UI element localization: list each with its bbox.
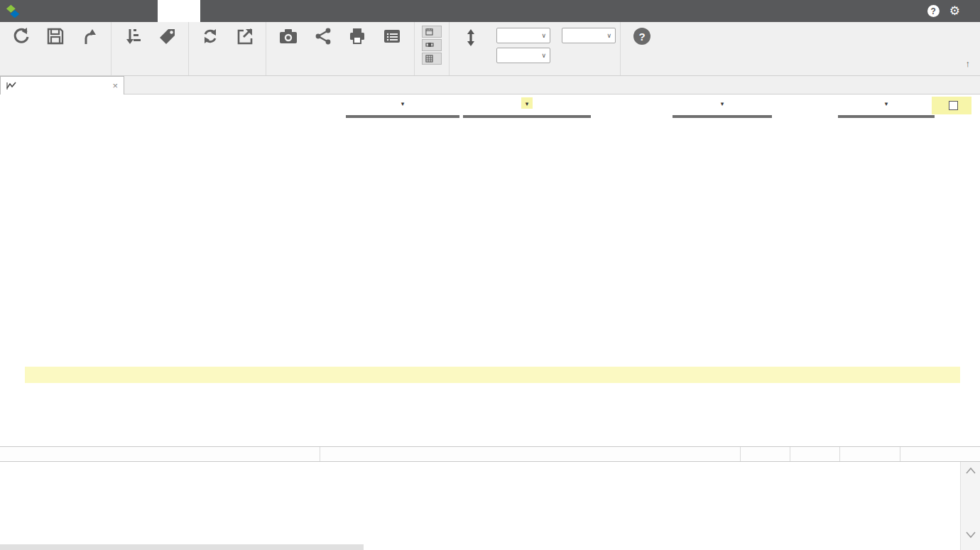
dropdown-arrow-icon: ▾ <box>885 100 888 107</box>
sample-interval-underline <box>673 115 772 118</box>
group-label-file <box>4 64 107 75</box>
trace-table-header <box>0 447 980 462</box>
nav-tab-admin[interactable] <box>200 0 243 22</box>
ribbon-group-view <box>415 22 450 75</box>
nav-tab-trend[interactable] <box>158 0 200 22</box>
submit-icon <box>80 26 99 46</box>
duration-value-underline <box>463 115 591 118</box>
top-nav: ? ⚙ <box>0 0 980 22</box>
chevron-down-icon: ∨ <box>541 52 546 59</box>
sample-interval-dropdown[interactable]: ▾ <box>673 97 772 109</box>
svg-text:?: ? <box>638 31 645 43</box>
trend-chart-icon <box>6 82 16 90</box>
print-button[interactable] <box>340 25 374 49</box>
dropdown-arrow-icon: ▾ <box>526 100 529 107</box>
group-label-configuration <box>454 63 616 74</box>
display-min-column-header <box>839 447 900 461</box>
help-button[interactable]: ? <box>625 25 659 49</box>
help-circle-icon[interactable]: ? <box>927 5 940 17</box>
auto-range-icon <box>465 28 477 48</box>
value-column-header <box>740 447 790 461</box>
trend-document-tab[interactable]: × <box>0 76 124 95</box>
duration-dropdown[interactable]: ▾ <box>346 97 459 109</box>
close-tab-icon[interactable]: × <box>112 80 118 91</box>
duration-underline <box>346 115 459 118</box>
reload-button[interactable] <box>4 25 38 49</box>
display-max-column-header <box>900 447 960 461</box>
ribbon-group-file <box>0 22 111 75</box>
p2-logo[interactable] <box>0 0 30 22</box>
auto-range-button[interactable] <box>454 25 488 63</box>
export-csv-icon <box>234 26 254 46</box>
description-column-header <box>320 447 740 461</box>
hierarchy-button[interactable] <box>116 25 150 49</box>
ribbon-toolbar: ∨ ∨ ∨ ? <box>0 22 980 76</box>
document-tab-bar: × <box>0 76 980 95</box>
gear-icon[interactable]: ⚙ <box>949 5 960 17</box>
sample-method-dropdown[interactable]: ▾ <box>838 97 935 109</box>
scroll-down-icon[interactable] <box>966 532 976 538</box>
duration-value-dropdown[interactable]: ▾ <box>463 97 591 109</box>
camera-icon <box>278 26 299 46</box>
tags-button[interactable] <box>150 25 184 49</box>
tags-icon <box>157 26 177 46</box>
p2-trend-app: ? ⚙ <box>0 0 980 550</box>
dropdown-arrow-icon: ▾ <box>401 100 405 107</box>
export-csv-button[interactable] <box>227 25 261 49</box>
nav-tabs <box>30 0 243 22</box>
ribbon-group-navigators <box>111 22 189 75</box>
nav-tab-team[interactable] <box>115 0 158 22</box>
nav-tab-accounting[interactable] <box>72 0 115 22</box>
nav-right: ? ⚙ <box>927 0 980 22</box>
sample-method-underline <box>838 115 935 118</box>
snapshot-button[interactable] <box>271 25 306 49</box>
nav-tab-home[interactable] <box>30 0 72 22</box>
hairline-select[interactable]: ∨ <box>496 48 550 63</box>
table-horizontal-scrollbar[interactable] <box>0 544 364 550</box>
now-checkbox-control[interactable] <box>932 97 971 114</box>
group-label-view <box>419 65 445 75</box>
scroll-up-icon[interactable] <box>966 468 976 474</box>
main-trend-chart[interactable] <box>0 121 980 367</box>
hierarchy-icon <box>123 26 143 46</box>
now-checkbox[interactable] <box>949 101 958 110</box>
name-column-header <box>71 447 320 461</box>
range-selector-overview[interactable] <box>0 384 980 430</box>
dropdown-arrow-icon: ▾ <box>721 100 724 107</box>
chevron-down-icon: ∨ <box>606 32 611 39</box>
share-link-button[interactable] <box>306 25 340 49</box>
refresh-button[interactable] <box>193 25 227 49</box>
share-icon <box>313 26 333 46</box>
table-icon <box>425 55 433 63</box>
table-vertical-scrollbar[interactable] <box>960 462 980 550</box>
overview-axis-labels <box>0 430 980 446</box>
trend-controls-row: ▾ ▾ ▾ ▾ <box>0 95 980 121</box>
units-column-header <box>790 447 839 461</box>
trace-table-toggle[interactable] <box>422 53 442 65</box>
properties-button[interactable] <box>374 25 410 49</box>
ribbon-group-share <box>266 22 415 75</box>
trace-table <box>0 446 980 550</box>
range-selector-toggle[interactable] <box>422 39 442 51</box>
chevron-down-icon: ∨ <box>541 32 546 39</box>
help-icon: ? <box>632 26 652 46</box>
ribbon-group-help: ? <box>621 22 663 75</box>
axis-column-header <box>0 447 71 461</box>
controls-toggle[interactable] <box>422 26 442 38</box>
refresh-icon <box>200 26 220 46</box>
x-axis-band <box>25 367 960 383</box>
y-axis-select[interactable]: ∨ <box>562 28 616 43</box>
properties-icon <box>381 26 403 46</box>
calendar-icon <box>425 28 433 36</box>
range-selector-icon <box>425 41 434 48</box>
group-label-data <box>193 64 261 75</box>
submit-button[interactable] <box>72 25 107 49</box>
reload-icon <box>11 26 31 46</box>
ribbon-group-data <box>189 22 266 75</box>
group-label-navigators <box>116 64 184 75</box>
save-button[interactable] <box>38 25 72 49</box>
collapse-ribbon-icon[interactable]: ↑ <box>966 58 971 69</box>
save-icon <box>45 26 65 46</box>
y-scale-select[interactable]: ∨ <box>496 28 550 43</box>
print-icon <box>347 26 367 46</box>
